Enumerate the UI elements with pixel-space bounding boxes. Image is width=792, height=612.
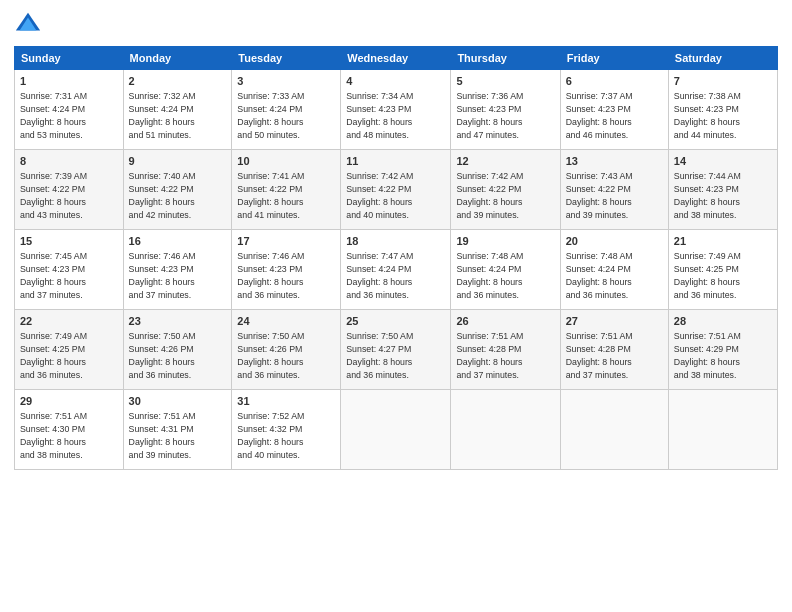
day-info: Sunrise: 7:47 AM Sunset: 4:24 PM Dayligh… — [346, 250, 445, 301]
calendar-cell: 18Sunrise: 7:47 AM Sunset: 4:24 PM Dayli… — [341, 230, 451, 310]
calendar-cell: 15Sunrise: 7:45 AM Sunset: 4:23 PM Dayli… — [15, 230, 124, 310]
day-number: 28 — [674, 314, 772, 329]
calendar-cell: 31Sunrise: 7:52 AM Sunset: 4:32 PM Dayli… — [232, 390, 341, 470]
day-info: Sunrise: 7:52 AM Sunset: 4:32 PM Dayligh… — [237, 410, 335, 461]
day-number: 8 — [20, 154, 118, 169]
weekday-header-monday: Monday — [123, 47, 232, 70]
day-info: Sunrise: 7:40 AM Sunset: 4:22 PM Dayligh… — [129, 170, 227, 221]
calendar-cell: 11Sunrise: 7:42 AM Sunset: 4:22 PM Dayli… — [341, 150, 451, 230]
calendar-cell — [341, 390, 451, 470]
day-info: Sunrise: 7:49 AM Sunset: 4:25 PM Dayligh… — [674, 250, 772, 301]
day-info: Sunrise: 7:51 AM Sunset: 4:30 PM Dayligh… — [20, 410, 118, 461]
day-info: Sunrise: 7:41 AM Sunset: 4:22 PM Dayligh… — [237, 170, 335, 221]
calendar-cell: 2Sunrise: 7:32 AM Sunset: 4:24 PM Daylig… — [123, 70, 232, 150]
calendar-header: SundayMondayTuesdayWednesdayThursdayFrid… — [15, 47, 778, 70]
day-info: Sunrise: 7:37 AM Sunset: 4:23 PM Dayligh… — [566, 90, 663, 141]
day-number: 21 — [674, 234, 772, 249]
weekday-header-friday: Friday — [560, 47, 668, 70]
day-number: 4 — [346, 74, 445, 89]
day-number: 29 — [20, 394, 118, 409]
day-number: 19 — [456, 234, 554, 249]
logo — [14, 10, 46, 38]
weekday-row: SundayMondayTuesdayWednesdayThursdayFrid… — [15, 47, 778, 70]
day-info: Sunrise: 7:46 AM Sunset: 4:23 PM Dayligh… — [129, 250, 227, 301]
calendar-container: SundayMondayTuesdayWednesdayThursdayFrid… — [0, 0, 792, 612]
day-number: 3 — [237, 74, 335, 89]
day-info: Sunrise: 7:51 AM Sunset: 4:29 PM Dayligh… — [674, 330, 772, 381]
calendar-cell: 20Sunrise: 7:48 AM Sunset: 4:24 PM Dayli… — [560, 230, 668, 310]
day-number: 11 — [346, 154, 445, 169]
day-info: Sunrise: 7:48 AM Sunset: 4:24 PM Dayligh… — [456, 250, 554, 301]
logo-icon — [14, 10, 42, 38]
day-info: Sunrise: 7:51 AM Sunset: 4:28 PM Dayligh… — [566, 330, 663, 381]
day-number: 2 — [129, 74, 227, 89]
calendar-cell: 6Sunrise: 7:37 AM Sunset: 4:23 PM Daylig… — [560, 70, 668, 150]
weekday-header-tuesday: Tuesday — [232, 47, 341, 70]
day-info: Sunrise: 7:31 AM Sunset: 4:24 PM Dayligh… — [20, 90, 118, 141]
day-info: Sunrise: 7:39 AM Sunset: 4:22 PM Dayligh… — [20, 170, 118, 221]
day-number: 10 — [237, 154, 335, 169]
calendar-cell: 27Sunrise: 7:51 AM Sunset: 4:28 PM Dayli… — [560, 310, 668, 390]
day-info: Sunrise: 7:49 AM Sunset: 4:25 PM Dayligh… — [20, 330, 118, 381]
day-number: 13 — [566, 154, 663, 169]
calendar-cell: 13Sunrise: 7:43 AM Sunset: 4:22 PM Dayli… — [560, 150, 668, 230]
day-info: Sunrise: 7:43 AM Sunset: 4:22 PM Dayligh… — [566, 170, 663, 221]
calendar-body: 1Sunrise: 7:31 AM Sunset: 4:24 PM Daylig… — [15, 70, 778, 470]
calendar-cell: 16Sunrise: 7:46 AM Sunset: 4:23 PM Dayli… — [123, 230, 232, 310]
calendar-cell: 14Sunrise: 7:44 AM Sunset: 4:23 PM Dayli… — [668, 150, 777, 230]
day-number: 30 — [129, 394, 227, 409]
calendar-table: SundayMondayTuesdayWednesdayThursdayFrid… — [14, 46, 778, 470]
calendar-week-row: 1Sunrise: 7:31 AM Sunset: 4:24 PM Daylig… — [15, 70, 778, 150]
calendar-week-row: 29Sunrise: 7:51 AM Sunset: 4:30 PM Dayli… — [15, 390, 778, 470]
day-number: 14 — [674, 154, 772, 169]
day-info: Sunrise: 7:51 AM Sunset: 4:31 PM Dayligh… — [129, 410, 227, 461]
calendar-cell — [668, 390, 777, 470]
day-number: 15 — [20, 234, 118, 249]
calendar-cell: 9Sunrise: 7:40 AM Sunset: 4:22 PM Daylig… — [123, 150, 232, 230]
day-info: Sunrise: 7:48 AM Sunset: 4:24 PM Dayligh… — [566, 250, 663, 301]
weekday-header-sunday: Sunday — [15, 47, 124, 70]
day-info: Sunrise: 7:45 AM Sunset: 4:23 PM Dayligh… — [20, 250, 118, 301]
calendar-week-row: 8Sunrise: 7:39 AM Sunset: 4:22 PM Daylig… — [15, 150, 778, 230]
header — [14, 10, 778, 38]
day-number: 9 — [129, 154, 227, 169]
calendar-week-row: 22Sunrise: 7:49 AM Sunset: 4:25 PM Dayli… — [15, 310, 778, 390]
day-number: 12 — [456, 154, 554, 169]
day-info: Sunrise: 7:50 AM Sunset: 4:27 PM Dayligh… — [346, 330, 445, 381]
calendar-cell — [560, 390, 668, 470]
day-number: 27 — [566, 314, 663, 329]
day-info: Sunrise: 7:42 AM Sunset: 4:22 PM Dayligh… — [346, 170, 445, 221]
calendar-cell: 8Sunrise: 7:39 AM Sunset: 4:22 PM Daylig… — [15, 150, 124, 230]
day-info: Sunrise: 7:33 AM Sunset: 4:24 PM Dayligh… — [237, 90, 335, 141]
calendar-cell: 7Sunrise: 7:38 AM Sunset: 4:23 PM Daylig… — [668, 70, 777, 150]
day-info: Sunrise: 7:46 AM Sunset: 4:23 PM Dayligh… — [237, 250, 335, 301]
day-number: 31 — [237, 394, 335, 409]
day-info: Sunrise: 7:51 AM Sunset: 4:28 PM Dayligh… — [456, 330, 554, 381]
day-number: 25 — [346, 314, 445, 329]
calendar-cell: 21Sunrise: 7:49 AM Sunset: 4:25 PM Dayli… — [668, 230, 777, 310]
calendar-cell: 10Sunrise: 7:41 AM Sunset: 4:22 PM Dayli… — [232, 150, 341, 230]
calendar-cell: 26Sunrise: 7:51 AM Sunset: 4:28 PM Dayli… — [451, 310, 560, 390]
calendar-cell: 28Sunrise: 7:51 AM Sunset: 4:29 PM Dayli… — [668, 310, 777, 390]
calendar-cell: 23Sunrise: 7:50 AM Sunset: 4:26 PM Dayli… — [123, 310, 232, 390]
day-number: 17 — [237, 234, 335, 249]
day-info: Sunrise: 7:50 AM Sunset: 4:26 PM Dayligh… — [129, 330, 227, 381]
day-info: Sunrise: 7:44 AM Sunset: 4:23 PM Dayligh… — [674, 170, 772, 221]
day-info: Sunrise: 7:36 AM Sunset: 4:23 PM Dayligh… — [456, 90, 554, 141]
day-info: Sunrise: 7:32 AM Sunset: 4:24 PM Dayligh… — [129, 90, 227, 141]
calendar-week-row: 15Sunrise: 7:45 AM Sunset: 4:23 PM Dayli… — [15, 230, 778, 310]
day-info: Sunrise: 7:38 AM Sunset: 4:23 PM Dayligh… — [674, 90, 772, 141]
day-number: 23 — [129, 314, 227, 329]
calendar-cell: 30Sunrise: 7:51 AM Sunset: 4:31 PM Dayli… — [123, 390, 232, 470]
calendar-cell: 4Sunrise: 7:34 AM Sunset: 4:23 PM Daylig… — [341, 70, 451, 150]
weekday-header-wednesday: Wednesday — [341, 47, 451, 70]
day-number: 5 — [456, 74, 554, 89]
day-number: 24 — [237, 314, 335, 329]
day-number: 20 — [566, 234, 663, 249]
calendar-cell: 12Sunrise: 7:42 AM Sunset: 4:22 PM Dayli… — [451, 150, 560, 230]
day-info: Sunrise: 7:50 AM Sunset: 4:26 PM Dayligh… — [237, 330, 335, 381]
day-number: 7 — [674, 74, 772, 89]
day-number: 1 — [20, 74, 118, 89]
day-info: Sunrise: 7:34 AM Sunset: 4:23 PM Dayligh… — [346, 90, 445, 141]
calendar-cell: 1Sunrise: 7:31 AM Sunset: 4:24 PM Daylig… — [15, 70, 124, 150]
